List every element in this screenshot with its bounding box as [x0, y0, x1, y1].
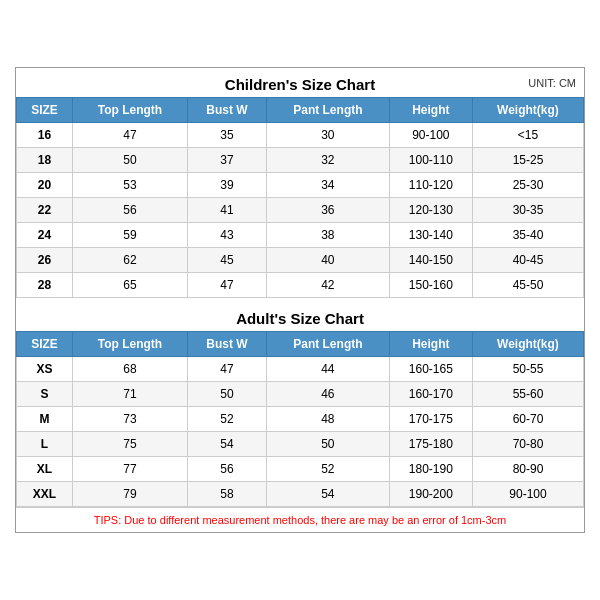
table-row: L755450175-18070-80	[17, 432, 584, 457]
table-cell: 18	[17, 148, 73, 173]
col-header-pant-length-child: Pant Length	[266, 98, 389, 123]
adult-header-row: SIZE Top Length Bust W Pant Length Heigh…	[17, 332, 584, 357]
table-cell: 58	[188, 482, 267, 507]
unit-label: UNIT: CM	[528, 77, 576, 89]
table-cell: 48	[266, 407, 389, 432]
table-cell: 70-80	[472, 432, 583, 457]
table-cell: 50-55	[472, 357, 583, 382]
table-cell: 22	[17, 198, 73, 223]
table-cell: 47	[188, 273, 267, 298]
table-cell: S	[17, 382, 73, 407]
table-cell: 140-150	[389, 248, 472, 273]
table-row: 18503732100-11015-25	[17, 148, 584, 173]
table-cell: 41	[188, 198, 267, 223]
table-cell: 35-40	[472, 223, 583, 248]
col-header-bust-w-child: Bust W	[188, 98, 267, 123]
adult-size-table: SIZE Top Length Bust W Pant Length Heigh…	[16, 331, 584, 507]
table-cell: 50	[72, 148, 187, 173]
table-row: M735248170-17560-70	[17, 407, 584, 432]
table-cell: 110-120	[389, 173, 472, 198]
col-header-size-adult: SIZE	[17, 332, 73, 357]
children-size-table: SIZE Top Length Bust W Pant Length Heigh…	[16, 97, 584, 298]
table-row: 26624540140-15040-45	[17, 248, 584, 273]
table-cell: 90-100	[472, 482, 583, 507]
table-cell: 39	[188, 173, 267, 198]
table-cell: 175-180	[389, 432, 472, 457]
table-cell: 38	[266, 223, 389, 248]
children-title-text: Children's Size Chart	[225, 76, 375, 93]
table-cell: 130-140	[389, 223, 472, 248]
children-section-title: Children's Size Chart UNIT: CM	[16, 68, 584, 97]
col-header-weight-child: Weight(kg)	[472, 98, 583, 123]
table-cell: 65	[72, 273, 187, 298]
table-cell: 30-35	[472, 198, 583, 223]
table-cell: 75	[72, 432, 187, 457]
table-cell: 25-30	[472, 173, 583, 198]
table-cell: 79	[72, 482, 187, 507]
col-header-weight-adult: Weight(kg)	[472, 332, 583, 357]
table-cell: 20	[17, 173, 73, 198]
table-cell: 47	[72, 123, 187, 148]
table-cell: 35	[188, 123, 267, 148]
table-cell: 45-50	[472, 273, 583, 298]
table-cell: 120-130	[389, 198, 472, 223]
table-row: XXL795854190-20090-100	[17, 482, 584, 507]
table-row: 24594338130-14035-40	[17, 223, 584, 248]
table-cell: <15	[472, 123, 583, 148]
table-cell: 100-110	[389, 148, 472, 173]
adult-title-text: Adult's Size Chart	[236, 310, 364, 327]
table-cell: 62	[72, 248, 187, 273]
table-cell: 53	[72, 173, 187, 198]
table-cell: XL	[17, 457, 73, 482]
table-cell: 73	[72, 407, 187, 432]
table-cell: 71	[72, 382, 187, 407]
table-cell: 50	[188, 382, 267, 407]
table-row: 28654742150-16045-50	[17, 273, 584, 298]
table-row: 20533934110-12025-30	[17, 173, 584, 198]
table-cell: 68	[72, 357, 187, 382]
table-cell: 42	[266, 273, 389, 298]
size-chart-container: Children's Size Chart UNIT: CM SIZE Top …	[15, 67, 585, 533]
table-cell: XS	[17, 357, 73, 382]
tips-text: TIPS: Due to different measurement metho…	[16, 507, 584, 532]
table-cell: 80-90	[472, 457, 583, 482]
table-cell: 52	[188, 407, 267, 432]
table-cell: 37	[188, 148, 267, 173]
table-cell: 55-60	[472, 382, 583, 407]
table-cell: XXL	[17, 482, 73, 507]
table-cell: 77	[72, 457, 187, 482]
table-cell: L	[17, 432, 73, 457]
table-cell: 52	[266, 457, 389, 482]
table-cell: 56	[72, 198, 187, 223]
table-cell: 50	[266, 432, 389, 457]
table-cell: 59	[72, 223, 187, 248]
col-header-top-length-child: Top Length	[72, 98, 187, 123]
children-header-row: SIZE Top Length Bust W Pant Length Heigh…	[17, 98, 584, 123]
table-row: XL775652180-19080-90	[17, 457, 584, 482]
table-cell: 16	[17, 123, 73, 148]
table-cell: 15-25	[472, 148, 583, 173]
table-cell: 28	[17, 273, 73, 298]
table-cell: 170-175	[389, 407, 472, 432]
table-cell: 44	[266, 357, 389, 382]
col-header-bust-w-adult: Bust W	[188, 332, 267, 357]
table-cell: 45	[188, 248, 267, 273]
table-cell: 43	[188, 223, 267, 248]
table-cell: 180-190	[389, 457, 472, 482]
table-cell: 190-200	[389, 482, 472, 507]
col-header-size-child: SIZE	[17, 98, 73, 123]
table-cell: 46	[266, 382, 389, 407]
table-cell: 150-160	[389, 273, 472, 298]
col-header-top-length-adult: Top Length	[72, 332, 187, 357]
table-cell: M	[17, 407, 73, 432]
col-header-height-child: Height	[389, 98, 472, 123]
table-cell: 56	[188, 457, 267, 482]
table-cell: 54	[266, 482, 389, 507]
table-cell: 160-165	[389, 357, 472, 382]
table-cell: 160-170	[389, 382, 472, 407]
table-row: S715046160-17055-60	[17, 382, 584, 407]
table-row: XS684744160-16550-55	[17, 357, 584, 382]
col-header-height-adult: Height	[389, 332, 472, 357]
table-cell: 90-100	[389, 123, 472, 148]
table-cell: 40	[266, 248, 389, 273]
